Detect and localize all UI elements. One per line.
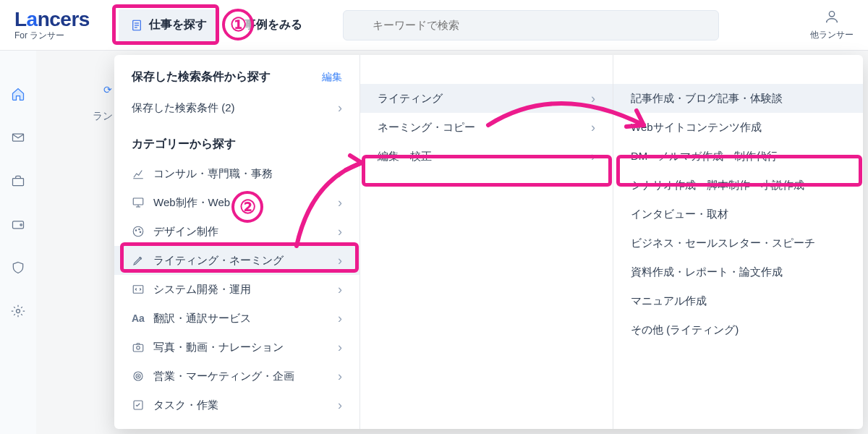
leaf-label: シナリオ作成・脚本制作・小説作成: [631, 179, 804, 192]
leaf-label: DM・メルマガ作成・制作代行: [631, 150, 778, 163]
svg-rect-19: [133, 286, 143, 294]
svg-point-18: [140, 231, 141, 233]
chevron-right-icon: ›: [338, 369, 342, 384]
svg-rect-12: [133, 198, 143, 205]
saved-search-label: 保存した検索条件 (2): [132, 101, 235, 115]
cat-system-label: システム開発・運用: [153, 283, 251, 297]
sub-edit-label: 編集・校正: [378, 150, 432, 163]
sub-naming-label: ネーミング・コピー: [378, 121, 475, 135]
chart-icon: [132, 167, 145, 180]
leaf-report[interactable]: 資料作成・レポート・論文作成: [613, 258, 863, 286]
search-input[interactable]: [343, 10, 719, 41]
logo-subtext: For ランサー: [14, 30, 90, 42]
refresh-icon[interactable]: ⟳: [103, 84, 112, 95]
wallet-icon[interactable]: [11, 217, 25, 231]
sub-writing[interactable]: ライティング›: [360, 84, 613, 113]
mega-col-2: ライティング› ネーミング・コピー› 編集・校正›: [360, 55, 613, 429]
code-icon: [132, 283, 145, 296]
saved-search-title: 保存した検索条件から探す: [132, 69, 271, 85]
cat-photo-label: 写真・動画・ナレーション: [153, 341, 284, 354]
svg-point-11: [17, 310, 20, 313]
chevron-right-icon: ›: [591, 149, 595, 164]
mega-col-1: 保存した検索条件から探す 編集 保存した検索条件 (2) › カテゴリーから探す…: [114, 55, 360, 429]
crumb-text: ラン: [93, 110, 113, 122]
leaf-label: Webサイトコンテンツ作成: [631, 121, 762, 135]
leaf-scenario[interactable]: シナリオ作成・脚本制作・小説作成: [613, 171, 863, 200]
cat-writing[interactable]: ライティング・ネーミング›: [114, 246, 359, 275]
chevron-right-icon: ›: [338, 101, 342, 116]
camera-icon: [132, 341, 145, 354]
cat-system[interactable]: システム開発・運用›: [114, 275, 359, 304]
leaf-manual[interactable]: マニュアル作成: [613, 286, 863, 315]
other-lancer-link[interactable]: 他ランサー: [810, 9, 854, 41]
cat-marketing-label: 営業・マーケティング・企画: [153, 370, 294, 383]
nav-cases[interactable]: 事例をみる: [233, 9, 314, 41]
leaf-other[interactable]: その他 (ライティング): [613, 315, 863, 344]
mega-col-3: 記事作成・ブログ記事・体験談 Webサイトコンテンツ作成 DM・メルマガ作成・制…: [613, 55, 863, 429]
saved-search-item[interactable]: 保存した検索条件 (2) ›: [114, 93, 359, 122]
leaf-dm[interactable]: DM・メルマガ作成・制作代行: [613, 142, 863, 171]
edit-link[interactable]: 編集: [322, 71, 342, 84]
chevron-right-icon: ›: [338, 195, 342, 210]
cat-task-label: タスク・作業: [153, 399, 218, 412]
leaf-label: その他 (ライティング): [631, 323, 739, 337]
translate-icon: Aa: [132, 312, 145, 324]
top-bar: Lancers For ランサー 仕事を探す 事例をみる 他ランサー: [0, 0, 868, 51]
settings-icon[interactable]: [11, 304, 25, 318]
sub-edit[interactable]: 編集・校正›: [360, 142, 613, 171]
leaf-business[interactable]: ビジネス・セールスレター・スピーチ: [613, 229, 863, 258]
target-icon: [132, 370, 145, 383]
svg-point-15: [133, 226, 143, 237]
svg-point-10: [20, 224, 22, 226]
left-rail: [0, 51, 36, 434]
svg-point-6: [829, 12, 834, 17]
breadcrumb: ⟳ ラン: [93, 87, 113, 123]
chevron-right-icon: ›: [338, 398, 342, 413]
nav-find-work[interactable]: 仕事を探す: [119, 9, 218, 41]
briefcase-icon[interactable]: [11, 174, 25, 188]
cat-design[interactable]: デザイン制作›: [114, 217, 359, 246]
cat-translate[interactable]: Aa 翻訳・通訳サービス›: [114, 304, 359, 333]
nav-cases-label: 事例をみる: [244, 17, 302, 33]
nav-find-work-label: 仕事を探す: [149, 17, 207, 33]
chevron-right-icon: ›: [591, 91, 595, 106]
search-wrap: [343, 10, 719, 41]
cat-photo[interactable]: 写真・動画・ナレーション›: [114, 333, 359, 362]
cat-web-label: Web制作・Web: [153, 196, 230, 210]
svg-point-24: [137, 375, 139, 377]
logo-text: Lancers: [14, 8, 90, 31]
monitor-icon: [132, 196, 145, 209]
mail-icon[interactable]: [11, 130, 25, 145]
logo[interactable]: Lancers For ランサー: [14, 8, 90, 42]
svg-rect-8: [13, 179, 24, 186]
chevron-right-icon: ›: [338, 166, 342, 182]
leaf-label: インタビュー・取材: [631, 208, 728, 221]
chevron-right-icon: ›: [338, 224, 342, 239]
chevron-right-icon: ›: [338, 253, 342, 268]
sub-naming[interactable]: ネーミング・コピー›: [360, 113, 613, 142]
leaf-article[interactable]: 記事作成・ブログ記事・体験談: [613, 84, 863, 113]
cat-consult[interactable]: コンサル・専門職・事務›: [114, 159, 359, 188]
cat-web[interactable]: Web制作・Web›: [114, 188, 359, 217]
other-lancer-label: 他ランサー: [810, 29, 854, 41]
svg-rect-7: [13, 134, 24, 141]
checklist-icon: [132, 399, 145, 412]
svg-rect-20: [133, 344, 143, 352]
home-icon[interactable]: [11, 87, 25, 101]
cat-marketing[interactable]: 営業・マーケティング・企画›: [114, 362, 359, 391]
cat-consult-label: コンサル・専門職・事務: [153, 167, 273, 181]
svg-point-17: [139, 229, 140, 230]
cat-task[interactable]: タスク・作業›: [114, 391, 359, 420]
shield-icon[interactable]: [11, 260, 25, 275]
cat-design-label: デザイン制作: [153, 225, 218, 239]
document-icon: [130, 19, 143, 32]
chevron-right-icon: ›: [591, 120, 595, 135]
svg-point-16: [135, 230, 137, 231]
leaf-webcontent[interactable]: Webサイトコンテンツ作成: [613, 113, 863, 142]
leaf-label: 記事作成・ブログ記事・体験談: [631, 92, 783, 106]
sub-writing-label: ライティング: [378, 92, 443, 106]
leaf-label: ビジネス・セールスレター・スピーチ: [631, 237, 815, 250]
chevron-right-icon: ›: [338, 340, 342, 355]
leaf-interview[interactable]: インタビュー・取材: [613, 200, 863, 229]
palette-icon: [132, 225, 145, 238]
